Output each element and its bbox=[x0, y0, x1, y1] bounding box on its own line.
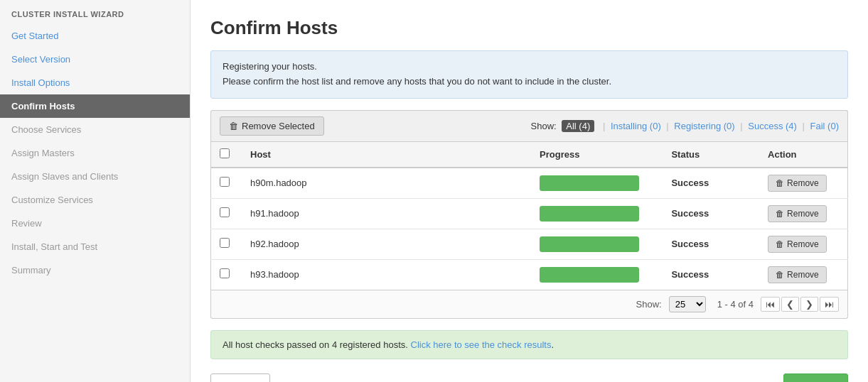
action-cell-3: 🗑 Remove bbox=[759, 259, 847, 290]
info-line1: Registering your hosts. bbox=[223, 60, 836, 75]
status-cell-0: Success bbox=[663, 168, 759, 199]
first-page-button[interactable]: ⏮ bbox=[761, 297, 780, 312]
show-label: Show: bbox=[531, 121, 557, 131]
progress-cell-2 bbox=[531, 229, 663, 259]
host-cell-2: h92.hadoop bbox=[242, 229, 531, 259]
back-button[interactable]: ← Back bbox=[210, 373, 270, 382]
trash-icon: 🗑 bbox=[229, 121, 238, 131]
progress-fill-2 bbox=[540, 236, 639, 252]
progress-cell-0 bbox=[531, 168, 663, 199]
filter-bar: Show: All (4) | Installing (0) | Registe… bbox=[531, 121, 839, 131]
action-cell-0: 🗑 Remove bbox=[759, 168, 847, 199]
sidebar-item-assign-slaves: Assign Slaves and Clients bbox=[0, 165, 190, 188]
host-cell-0: h90m.hadoop bbox=[242, 168, 531, 199]
filter-registering[interactable]: Registering (0) bbox=[674, 121, 734, 131]
filter-installing[interactable]: Installing (0) bbox=[611, 121, 661, 131]
bottom-nav: ← Back Next → bbox=[210, 373, 848, 382]
pagination-info: 1 - 4 of 4 bbox=[717, 299, 754, 310]
main-content: Confirm Hosts Registering your hosts. Pl… bbox=[191, 0, 868, 382]
table-row: h91.hadoop Success 🗑 Remove bbox=[211, 198, 848, 229]
prev-page-button[interactable]: ❮ bbox=[781, 297, 799, 312]
table-footer: Show: 25 50 100 1 - 4 of 4 ⏮ ❮ ❯ ⏭ bbox=[210, 290, 848, 319]
table-row: h93.hadoop Success 🗑 Remove bbox=[211, 259, 848, 290]
pagination-buttons: ⏮ ❮ ❯ ⏭ bbox=[761, 297, 839, 312]
progress-bar-0 bbox=[540, 175, 639, 191]
trash-icon-row-0: 🗑 bbox=[776, 178, 784, 188]
progress-fill-1 bbox=[540, 206, 639, 222]
filter-fail[interactable]: Fail (0) bbox=[810, 121, 839, 131]
hosts-table: Host Progress Status Action h90m.hadoop … bbox=[210, 141, 848, 290]
trash-icon-row-2: 🗑 bbox=[776, 239, 784, 249]
sidebar-item-install-options[interactable]: Install Options bbox=[0, 71, 190, 94]
row-checkbox-3[interactable] bbox=[220, 268, 230, 278]
remove-selected-button[interactable]: 🗑 Remove Selected bbox=[220, 116, 324, 136]
host-cell-1: h91.hadoop bbox=[242, 198, 531, 229]
remove-button-0[interactable]: 🗑 Remove bbox=[768, 175, 827, 192]
table-toolbar: 🗑 Remove Selected Show: All (4) | Instal… bbox=[210, 110, 848, 141]
progress-bar-3 bbox=[540, 267, 639, 283]
remove-button-3[interactable]: 🗑 Remove bbox=[768, 266, 827, 283]
filter-success[interactable]: Success (4) bbox=[748, 121, 797, 131]
page-title: Confirm Hosts bbox=[210, 17, 848, 39]
col-header-host: Host bbox=[242, 141, 531, 168]
progress-cell-1 bbox=[531, 198, 663, 229]
col-header-status: Status bbox=[663, 141, 759, 168]
footer-show-label: Show: bbox=[636, 299, 662, 310]
sidebar-item-summary: Summary bbox=[0, 258, 190, 282]
sidebar-item-select-version[interactable]: Select Version bbox=[0, 48, 190, 71]
sidebar-item-install-start-test: Install, Start and Test bbox=[0, 235, 190, 258]
progress-fill-3 bbox=[540, 267, 639, 283]
action-cell-1: 🗑 Remove bbox=[759, 198, 847, 229]
progress-cell-3 bbox=[531, 259, 663, 290]
per-page-select[interactable]: 25 50 100 bbox=[669, 296, 706, 312]
status-cell-2: Success bbox=[663, 229, 759, 259]
sidebar-item-review: Review bbox=[0, 212, 190, 235]
host-cell-3: h93.hadoop bbox=[242, 259, 531, 290]
sidebar-item-assign-masters: Assign Masters bbox=[0, 141, 190, 165]
table-row: h92.hadoop Success 🗑 Remove bbox=[211, 229, 848, 259]
success-text-before: All host checks passed on 4 registered h… bbox=[223, 339, 408, 350]
info-line2: Please confirm the host list and remove … bbox=[223, 75, 836, 89]
progress-fill-0 bbox=[540, 175, 639, 191]
last-page-button[interactable]: ⏭ bbox=[820, 297, 839, 312]
row-checkbox-1[interactable] bbox=[220, 207, 230, 217]
select-all-checkbox[interactable] bbox=[220, 148, 230, 158]
success-text-after: . bbox=[551, 339, 554, 350]
row-checkbox-2[interactable] bbox=[220, 238, 230, 248]
sidebar-item-choose-services: Choose Services bbox=[0, 118, 190, 141]
table-row: h90m.hadoop Success 🗑 Remove bbox=[211, 168, 848, 199]
sidebar: CLUSTER INSTALL WIZARD Get Started Selec… bbox=[0, 0, 191, 382]
remove-button-1[interactable]: 🗑 Remove bbox=[768, 205, 827, 222]
col-header-progress: Progress bbox=[531, 141, 663, 168]
col-header-action: Action bbox=[759, 141, 847, 168]
next-button[interactable]: Next → bbox=[783, 373, 848, 382]
action-cell-2: 🗑 Remove bbox=[759, 229, 847, 259]
status-cell-1: Success bbox=[663, 198, 759, 229]
progress-bar-1 bbox=[540, 206, 639, 222]
status-cell-3: Success bbox=[663, 259, 759, 290]
info-box: Registering your hosts. Please confirm t… bbox=[210, 50, 848, 99]
trash-icon-row-3: 🗑 bbox=[776, 270, 784, 280]
progress-bar-2 bbox=[540, 236, 639, 252]
success-message: All host checks passed on 4 registered h… bbox=[210, 330, 848, 359]
row-checkbox-0[interactable] bbox=[220, 177, 230, 187]
sidebar-item-confirm-hosts[interactable]: Confirm Hosts bbox=[0, 94, 190, 118]
trash-icon-row-1: 🗑 bbox=[776, 209, 784, 219]
sidebar-item-customize-services: Customize Services bbox=[0, 188, 190, 212]
check-results-link[interactable]: Click here to see the check results bbox=[411, 339, 552, 350]
remove-selected-label: Remove Selected bbox=[242, 121, 315, 131]
sidebar-header: CLUSTER INSTALL WIZARD bbox=[0, 0, 190, 24]
remove-button-2[interactable]: 🗑 Remove bbox=[768, 236, 827, 253]
filter-all[interactable]: All (4) bbox=[562, 120, 594, 132]
sidebar-item-get-started[interactable]: Get Started bbox=[0, 24, 190, 48]
next-page-button[interactable]: ❯ bbox=[800, 297, 818, 312]
